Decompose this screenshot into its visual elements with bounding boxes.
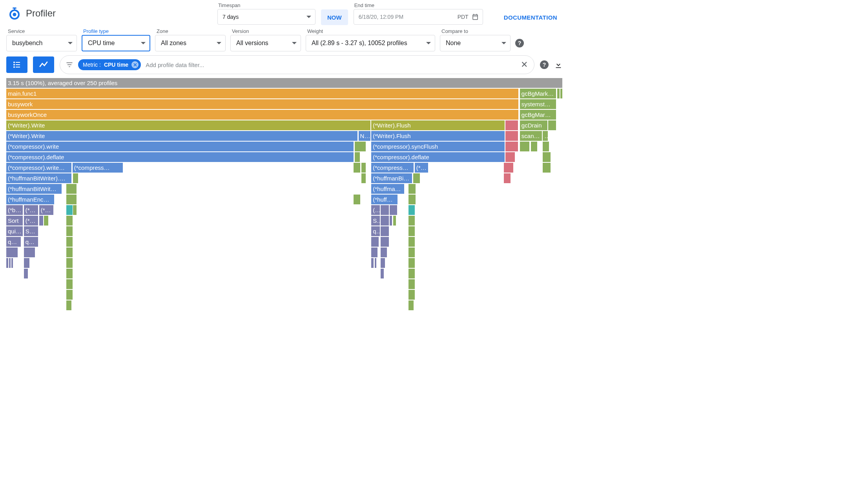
flame-bar[interactable] — [66, 226, 73, 236]
clear-filter-icon[interactable]: ✕ — [521, 60, 528, 70]
flame-bar[interactable] — [548, 120, 556, 130]
flame-bar[interactable] — [39, 216, 44, 226]
flame-bar[interactable]: (*huffmanBitWrit… — [6, 184, 62, 194]
flame-bar[interactable] — [408, 226, 415, 236]
flame-bar[interactable] — [66, 216, 73, 226]
flame-bar[interactable] — [381, 226, 389, 236]
flame-bar[interactable] — [361, 173, 367, 183]
flame-bar[interactable] — [361, 163, 367, 173]
flame-bar[interactable]: (*… — [415, 163, 429, 173]
compare-select[interactable]: None — [440, 35, 511, 51]
flame-bar[interactable]: (*compressor).deflate — [371, 152, 505, 162]
flame-bar[interactable] — [408, 205, 415, 215]
flame-bar[interactable] — [531, 142, 538, 151]
flame-bar[interactable] — [354, 195, 361, 204]
flame-bar[interactable]: main.func1 — [6, 89, 519, 98]
flame-bar[interactable] — [408, 290, 415, 300]
metric-chip[interactable]: Metric : CPU time ✕ — [78, 59, 141, 70]
flame-bar[interactable] — [66, 269, 73, 278]
version-select[interactable]: All versions — [230, 35, 301, 51]
flame-bar[interactable] — [543, 152, 551, 162]
flame-bar[interactable]: qui… — [6, 226, 23, 236]
flame-bar[interactable] — [543, 163, 551, 173]
flame-bar[interactable] — [24, 247, 36, 257]
flame-bar[interactable]: S… — [371, 216, 380, 226]
flame-bar[interactable] — [408, 195, 416, 204]
flame-bar[interactable]: … — [543, 131, 548, 141]
flame-bar[interactable] — [66, 184, 77, 194]
flame-bar[interactable] — [408, 184, 416, 194]
flame-bar[interactable] — [505, 152, 516, 162]
flame-bar[interactable]: scan… — [520, 131, 542, 141]
flame-bar[interactable] — [505, 131, 518, 141]
flame-bar[interactable] — [371, 258, 374, 268]
flame-bar[interactable] — [408, 269, 415, 278]
flame-bar[interactable] — [408, 237, 415, 247]
flame-bar[interactable] — [408, 247, 415, 257]
calendar-icon[interactable] — [472, 13, 479, 20]
flame-bar[interactable]: (*compress… — [73, 163, 123, 173]
flame-bar[interactable] — [381, 237, 389, 247]
flame-bar[interactable] — [44, 216, 48, 226]
flame-bar[interactable] — [66, 195, 77, 204]
flame-bar[interactable] — [355, 152, 360, 162]
service-select[interactable]: busybench — [6, 35, 77, 51]
flame-bar[interactable] — [73, 173, 78, 183]
now-button[interactable]: NOW — [321, 9, 348, 25]
flame-bar[interactable] — [66, 300, 72, 310]
flame-bar[interactable] — [381, 216, 389, 226]
flame-bar[interactable]: (*compress… — [371, 163, 414, 173]
flame-bar[interactable]: N… — [359, 131, 371, 141]
flame-bar[interactable] — [6, 258, 9, 268]
flame-bar[interactable] — [66, 247, 73, 257]
flame-bar[interactable] — [73, 205, 77, 215]
flame-bar[interactable] — [66, 258, 73, 268]
flame-bar[interactable]: q… — [24, 237, 38, 247]
flame-bar[interactable]: (*Writer).Write — [6, 120, 371, 130]
flame-bar[interactable]: (*… — [39, 205, 54, 215]
flame-bar[interactable] — [504, 173, 511, 183]
flame-bar[interactable] — [66, 279, 73, 289]
flame-bar[interactable]: gcBgMar… — [520, 110, 557, 120]
flame-bar[interactable] — [11, 258, 13, 268]
flame-bar[interactable]: gcBgMark… — [520, 89, 557, 98]
profiletype-select[interactable]: CPU time — [82, 35, 150, 51]
flame-bar[interactable] — [393, 216, 397, 226]
flame-bar[interactable] — [381, 205, 389, 215]
flame-bar[interactable] — [560, 89, 563, 98]
filter-box[interactable]: Metric : CPU time ✕ Add profile data fil… — [60, 55, 534, 74]
flame-bar[interactable] — [390, 216, 392, 226]
flame-bar[interactable]: (*compressor).write — [6, 142, 354, 151]
flame-bar[interactable]: (*b… — [6, 205, 23, 215]
flame-bar[interactable]: systemst… — [520, 99, 557, 109]
help-icon[interactable]: ? — [515, 39, 524, 47]
list-view-button[interactable] — [6, 56, 27, 73]
flame-bar[interactable] — [520, 142, 530, 151]
flame-bar[interactable] — [504, 163, 514, 173]
documentation-link[interactable]: DOCUMENTATION — [504, 14, 557, 21]
flame-bar[interactable] — [408, 258, 415, 268]
flame-bar[interactable]: q… — [371, 226, 380, 236]
flame-root-bar[interactable]: 3.15 s (100%), averaged over 250 profile… — [6, 78, 563, 88]
flame-bar[interactable] — [24, 258, 30, 268]
flame-bar[interactable]: (*compressor).deflate — [6, 152, 354, 162]
flame-bar[interactable]: busywork — [6, 99, 519, 109]
flame-bar[interactable] — [381, 269, 384, 278]
flame-bar[interactable]: (*Writer).Flush — [371, 120, 505, 130]
flame-bar[interactable] — [375, 258, 377, 268]
timespan-select[interactable]: 7 days — [217, 9, 315, 25]
flame-bar[interactable]: (*… — [24, 216, 38, 226]
flame-bar[interactable] — [6, 247, 18, 257]
flame-bar[interactable] — [505, 142, 518, 151]
flame-bar[interactable] — [66, 290, 73, 300]
zone-select[interactable]: All zones — [155, 35, 226, 51]
flame-bar[interactable]: (*huffma… — [371, 184, 405, 194]
flame-bar[interactable]: (*huffmanBitWriter)…. — [6, 173, 72, 183]
flame-bar[interactable] — [543, 142, 549, 151]
flame-bar[interactable]: (*Writer).Write — [6, 131, 358, 141]
help-icon[interactable]: ? — [540, 60, 549, 69]
flame-bar[interactable] — [354, 163, 361, 173]
weight-select[interactable]: All (2.89 s - 3.27 s), 10052 profiles — [306, 35, 435, 51]
flame-bar[interactable] — [413, 173, 420, 183]
flame-bar[interactable]: Sort — [6, 216, 23, 226]
